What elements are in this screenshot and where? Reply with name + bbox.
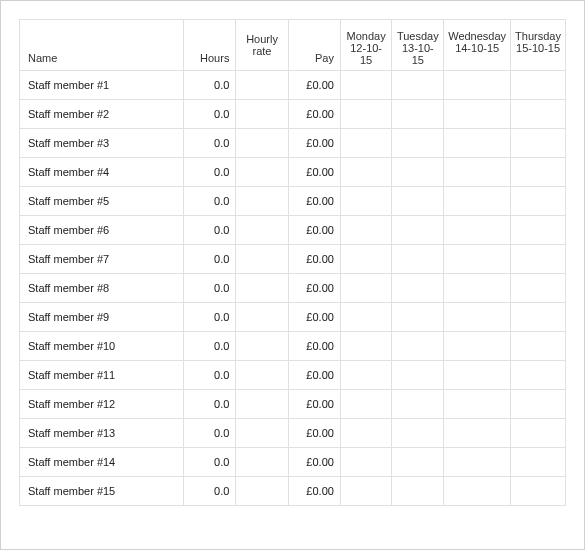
cell-rate[interactable] — [236, 70, 288, 99]
cell-hours[interactable]: 0.0 — [183, 360, 235, 389]
cell-hours[interactable]: 0.0 — [183, 302, 235, 331]
cell-day-tue[interactable] — [392, 186, 444, 215]
cell-name[interactable]: Staff member #7 — [20, 244, 184, 273]
cell-day-thu[interactable] — [511, 244, 566, 273]
cell-day-tue[interactable] — [392, 99, 444, 128]
cell-day-tue[interactable] — [392, 331, 444, 360]
cell-day-thu[interactable] — [511, 360, 566, 389]
cell-hours[interactable]: 0.0 — [183, 476, 235, 505]
cell-rate[interactable] — [236, 447, 288, 476]
cell-pay[interactable]: £0.00 — [288, 99, 340, 128]
cell-day-tue[interactable] — [392, 244, 444, 273]
cell-rate[interactable] — [236, 389, 288, 418]
cell-pay[interactable]: £0.00 — [288, 389, 340, 418]
cell-name[interactable]: Staff member #12 — [20, 389, 184, 418]
cell-pay[interactable]: £0.00 — [288, 70, 340, 99]
cell-day-tue[interactable] — [392, 273, 444, 302]
cell-day-mon[interactable] — [340, 70, 391, 99]
cell-name[interactable]: Staff member #13 — [20, 418, 184, 447]
cell-name[interactable]: Staff member #14 — [20, 447, 184, 476]
cell-pay[interactable]: £0.00 — [288, 447, 340, 476]
cell-rate[interactable] — [236, 302, 288, 331]
cell-rate[interactable] — [236, 476, 288, 505]
cell-name[interactable]: Staff member #11 — [20, 360, 184, 389]
cell-name[interactable]: Staff member #15 — [20, 476, 184, 505]
cell-day-thu[interactable] — [511, 70, 566, 99]
cell-hours[interactable]: 0.0 — [183, 157, 235, 186]
cell-day-wed[interactable] — [444, 476, 511, 505]
cell-day-mon[interactable] — [340, 447, 391, 476]
cell-pay[interactable]: £0.00 — [288, 273, 340, 302]
cell-day-wed[interactable] — [444, 215, 511, 244]
cell-day-wed[interactable] — [444, 128, 511, 157]
cell-pay[interactable]: £0.00 — [288, 331, 340, 360]
cell-day-mon[interactable] — [340, 476, 391, 505]
cell-rate[interactable] — [236, 186, 288, 215]
cell-day-thu[interactable] — [511, 273, 566, 302]
cell-day-tue[interactable] — [392, 476, 444, 505]
cell-rate[interactable] — [236, 157, 288, 186]
cell-day-thu[interactable] — [511, 186, 566, 215]
cell-name[interactable]: Staff member #4 — [20, 157, 184, 186]
cell-day-tue[interactable] — [392, 128, 444, 157]
cell-hours[interactable]: 0.0 — [183, 273, 235, 302]
cell-hours[interactable]: 0.0 — [183, 128, 235, 157]
cell-day-thu[interactable] — [511, 476, 566, 505]
cell-day-mon[interactable] — [340, 215, 391, 244]
cell-day-wed[interactable] — [444, 331, 511, 360]
cell-pay[interactable]: £0.00 — [288, 360, 340, 389]
cell-day-wed[interactable] — [444, 360, 511, 389]
cell-pay[interactable]: £0.00 — [288, 244, 340, 273]
cell-hours[interactable]: 0.0 — [183, 331, 235, 360]
cell-day-thu[interactable] — [511, 418, 566, 447]
cell-day-tue[interactable] — [392, 418, 444, 447]
cell-hours[interactable]: 0.0 — [183, 244, 235, 273]
cell-day-mon[interactable] — [340, 186, 391, 215]
cell-day-tue[interactable] — [392, 70, 444, 99]
cell-pay[interactable]: £0.00 — [288, 476, 340, 505]
cell-day-mon[interactable] — [340, 360, 391, 389]
cell-name[interactable]: Staff member #5 — [20, 186, 184, 215]
cell-name[interactable]: Staff member #8 — [20, 273, 184, 302]
cell-day-wed[interactable] — [444, 99, 511, 128]
cell-pay[interactable]: £0.00 — [288, 215, 340, 244]
cell-rate[interactable] — [236, 99, 288, 128]
cell-name[interactable]: Staff member #6 — [20, 215, 184, 244]
cell-day-wed[interactable] — [444, 244, 511, 273]
cell-hours[interactable]: 0.0 — [183, 99, 235, 128]
cell-name[interactable]: Staff member #1 — [20, 70, 184, 99]
cell-hours[interactable]: 0.0 — [183, 186, 235, 215]
cell-day-wed[interactable] — [444, 70, 511, 99]
cell-day-tue[interactable] — [392, 389, 444, 418]
cell-hours[interactable]: 0.0 — [183, 447, 235, 476]
cell-rate[interactable] — [236, 128, 288, 157]
cell-name[interactable]: Staff member #9 — [20, 302, 184, 331]
cell-day-tue[interactable] — [392, 302, 444, 331]
cell-day-tue[interactable] — [392, 215, 444, 244]
cell-hours[interactable]: 0.0 — [183, 215, 235, 244]
cell-day-mon[interactable] — [340, 418, 391, 447]
cell-day-thu[interactable] — [511, 128, 566, 157]
cell-day-wed[interactable] — [444, 389, 511, 418]
cell-day-tue[interactable] — [392, 447, 444, 476]
cell-day-wed[interactable] — [444, 273, 511, 302]
cell-day-wed[interactable] — [444, 186, 511, 215]
cell-day-thu[interactable] — [511, 389, 566, 418]
cell-rate[interactable] — [236, 273, 288, 302]
cell-name[interactable]: Staff member #3 — [20, 128, 184, 157]
cell-day-wed[interactable] — [444, 447, 511, 476]
cell-day-wed[interactable] — [444, 302, 511, 331]
cell-day-wed[interactable] — [444, 157, 511, 186]
cell-name[interactable]: Staff member #2 — [20, 99, 184, 128]
cell-day-mon[interactable] — [340, 331, 391, 360]
cell-pay[interactable]: £0.00 — [288, 128, 340, 157]
cell-day-thu[interactable] — [511, 302, 566, 331]
cell-rate[interactable] — [236, 215, 288, 244]
cell-pay[interactable]: £0.00 — [288, 418, 340, 447]
cell-pay[interactable]: £0.00 — [288, 157, 340, 186]
cell-rate[interactable] — [236, 244, 288, 273]
cell-day-thu[interactable] — [511, 99, 566, 128]
cell-rate[interactable] — [236, 418, 288, 447]
cell-day-mon[interactable] — [340, 244, 391, 273]
cell-rate[interactable] — [236, 360, 288, 389]
